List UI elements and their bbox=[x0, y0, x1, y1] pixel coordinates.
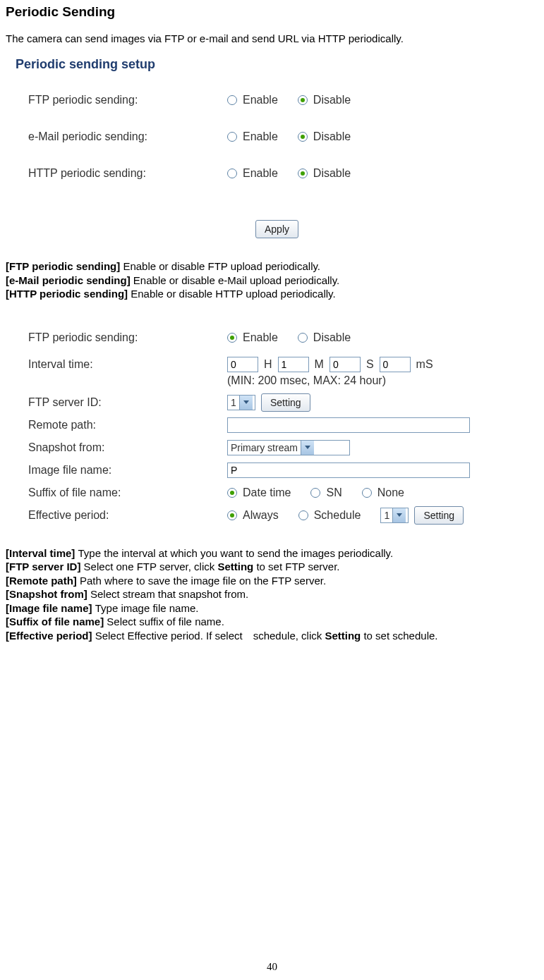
suffix-datetime-label: Date time bbox=[243, 486, 291, 499]
interval-label: Interval time: bbox=[16, 358, 227, 371]
effective-always-label: Always bbox=[243, 509, 279, 522]
definition-line: [Suffix of file name] Select suffix of f… bbox=[6, 615, 538, 629]
effective-schedule-radio[interactable] bbox=[298, 510, 308, 520]
interval-hint: (MIN: 200 msec, MAX: 24 hour) bbox=[227, 374, 538, 387]
definition-line: [FTP server ID] Select one FTP server, c… bbox=[6, 560, 538, 574]
definitions-block-2: [Interval time] Type the interval at whi… bbox=[6, 546, 538, 643]
chevron-down-icon bbox=[301, 441, 314, 455]
effective-schedule-label: Schedule bbox=[314, 509, 361, 522]
snapshot-select[interactable]: Primary stream bbox=[227, 440, 350, 455]
chevron-down-icon bbox=[392, 508, 406, 522]
enable-label: Enable bbox=[243, 130, 278, 143]
definition-line: [Image file name] Type image file name. bbox=[6, 601, 538, 615]
ftp-disable-radio[interactable] bbox=[298, 95, 308, 105]
suffix-sn-label: SN bbox=[326, 486, 341, 499]
apply-button[interactable]: Apply bbox=[255, 220, 298, 238]
definition-line: [e-Mail periodic sending] Enable or disa… bbox=[6, 274, 538, 288]
enable-label: Enable bbox=[243, 167, 278, 180]
enable-label: Enable bbox=[243, 331, 278, 344]
serverid-select[interactable]: 1 bbox=[227, 395, 255, 410]
http-periodic-row: HTTP periodic sending: Enable Disable bbox=[16, 155, 538, 192]
effective-label: Effective period: bbox=[16, 509, 227, 522]
ftp-periodic-row: FTP periodic sending: Enable Disable bbox=[16, 82, 538, 118]
interval-h-input[interactable] bbox=[227, 357, 258, 372]
email-periodic-label: e-Mail periodic sending: bbox=[16, 130, 227, 143]
effective-select[interactable]: 1 bbox=[380, 508, 409, 523]
http-disable-radio[interactable] bbox=[298, 169, 308, 178]
serverid-label: FTP server ID: bbox=[16, 396, 227, 409]
periodic-setup-panel: Periodic sending setup FTP periodic send… bbox=[16, 57, 538, 238]
definition-line: [Effective period] Select Effective peri… bbox=[6, 629, 538, 643]
imgname-input[interactable] bbox=[227, 463, 470, 478]
suffix-row: Suffix of file name: Date time SN None bbox=[16, 482, 538, 504]
snapshot-row: Snapshot from: Primary stream bbox=[16, 436, 538, 459]
suffix-sn-radio[interactable] bbox=[310, 488, 320, 498]
ftp-periodic-label: FTP periodic sending: bbox=[16, 94, 227, 106]
chevron-down-icon bbox=[239, 396, 253, 410]
enable-label: Enable bbox=[243, 94, 278, 106]
interval-s-input[interactable] bbox=[330, 357, 361, 372]
unit-m: M bbox=[315, 358, 324, 371]
page-number: 40 bbox=[0, 961, 544, 973]
interval-m-input[interactable] bbox=[278, 357, 309, 372]
page-title: Periodic Sending bbox=[6, 4, 538, 20]
panel-heading: Periodic sending setup bbox=[16, 57, 538, 72]
effective-select-value: 1 bbox=[384, 510, 389, 521]
ftp2-disable-radio[interactable] bbox=[298, 333, 308, 343]
intro-text: The camera can send images via FTP or e-… bbox=[6, 32, 538, 44]
http-periodic-label: HTTP periodic sending: bbox=[16, 167, 227, 180]
suffix-datetime-radio[interactable] bbox=[227, 488, 237, 498]
ftp-enable-radio[interactable] bbox=[227, 95, 237, 105]
disable-label: Disable bbox=[313, 167, 351, 180]
disable-label: Disable bbox=[313, 94, 351, 106]
ftp-periodic-row-2: FTP periodic sending: Enable Disable bbox=[16, 326, 538, 349]
definition-line: [HTTP periodic sending] Enable or disabl… bbox=[6, 287, 538, 301]
imgname-row: Image file name: bbox=[16, 459, 538, 482]
unit-s: S bbox=[366, 358, 374, 371]
definitions-block-1: [FTP periodic sending] Enable or disable… bbox=[6, 259, 538, 301]
definition-line: [FTP periodic sending] Enable or disable… bbox=[6, 259, 538, 274]
remote-path-input[interactable] bbox=[227, 417, 470, 433]
effective-setting-button[interactable]: Setting bbox=[414, 506, 464, 525]
disable-label: Disable bbox=[313, 130, 351, 143]
imgname-label: Image file name: bbox=[16, 464, 227, 477]
ftp2-enable-radio[interactable] bbox=[227, 333, 237, 343]
effective-row: Effective period: Always Schedule 1 Sett… bbox=[16, 504, 538, 527]
remote-path-label: Remote path: bbox=[16, 419, 227, 431]
definition-line: [Remote path] Path where to save the ima… bbox=[6, 574, 538, 588]
http-enable-radio[interactable] bbox=[227, 169, 237, 178]
definition-line: [Interval time] Type the interval at whi… bbox=[6, 546, 538, 561]
suffix-none-radio[interactable] bbox=[362, 488, 372, 498]
serverid-setting-button[interactable]: Setting bbox=[261, 393, 310, 412]
snapshot-value: Primary stream bbox=[231, 442, 298, 453]
suffix-label: Suffix of file name: bbox=[16, 486, 227, 499]
remote-path-row: Remote path: bbox=[16, 414, 538, 436]
ftp-periodic-label-2: FTP periodic sending: bbox=[16, 331, 227, 344]
unit-ms: mS bbox=[416, 358, 433, 371]
email-enable-radio[interactable] bbox=[227, 132, 237, 142]
ftp-detail-panel: FTP periodic sending: Enable Disable Int… bbox=[16, 326, 538, 527]
serverid-row: FTP server ID: 1 Setting bbox=[16, 391, 538, 414]
suffix-none-label: None bbox=[377, 486, 404, 499]
disable-label: Disable bbox=[313, 331, 351, 344]
definition-line: [Snapshot from] Select stream that snaps… bbox=[6, 587, 538, 601]
serverid-value: 1 bbox=[231, 397, 236, 408]
interval-row: Interval time: H M S mS bbox=[16, 353, 538, 376]
email-periodic-row: e-Mail periodic sending: Enable Disable bbox=[16, 118, 538, 155]
snapshot-label: Snapshot from: bbox=[16, 441, 227, 454]
interval-ms-input[interactable] bbox=[380, 357, 411, 372]
effective-always-radio[interactable] bbox=[227, 510, 237, 520]
unit-h: H bbox=[264, 358, 272, 371]
email-disable-radio[interactable] bbox=[298, 132, 308, 142]
